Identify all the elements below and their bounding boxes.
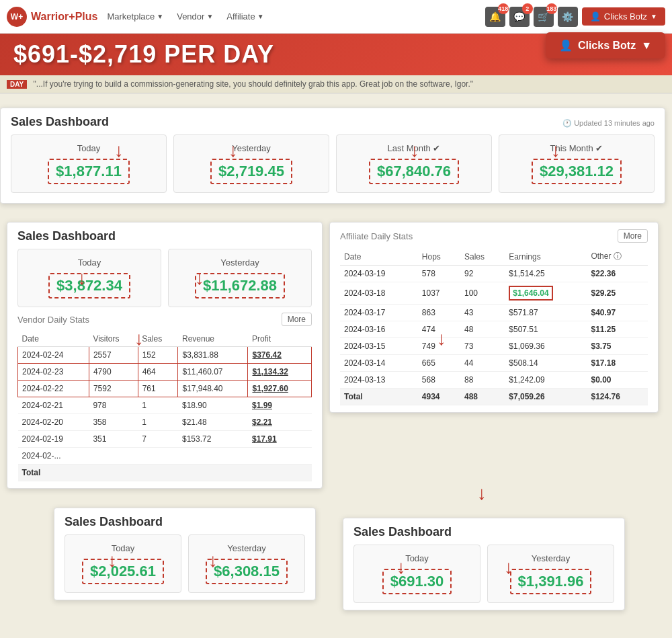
vendor-more-button[interactable]: More bbox=[282, 313, 312, 326]
sp2-stat-yesterday: Yesterday $11,672.88 bbox=[168, 249, 312, 307]
row-date: 2024-02-19 bbox=[18, 431, 89, 448]
arrow-12: ↓ bbox=[396, 558, 406, 577]
row-sales: 7 bbox=[138, 431, 178, 448]
affiliate-panel: Affiliate Daily Stats More Date Hops Sal… bbox=[329, 222, 659, 413]
stats-grid-2: Today $3,872.34 Yesterday $11,672.88 bbox=[17, 249, 312, 307]
row-visitors: 7592 bbox=[89, 381, 138, 397]
aff-col-other: Other ⓘ bbox=[587, 248, 648, 266]
arrow-7: ↓ bbox=[134, 329, 144, 348]
arrow-2: ↓ bbox=[228, 141, 238, 160]
user-button[interactable]: 👤 Clicks Botz ▼ bbox=[582, 7, 665, 26]
table-row: 2024-03-14 665 44 $508.14 $17.18 bbox=[340, 355, 648, 372]
brand-icon: W+ bbox=[7, 7, 27, 27]
stat-today-value: $1,877.11 bbox=[48, 159, 130, 184]
table-row: 2024-02-19 351 7 $153.72 $17.91 bbox=[18, 431, 312, 448]
sp2-today-value: $3,872.34 bbox=[48, 273, 130, 298]
affiliate-panel-header: Affiliate Daily Stats More bbox=[340, 229, 648, 243]
main-background: W+ Warrior+Plus Marketplace ▼ Vendor ▼ A… bbox=[0, 0, 672, 638]
sp3-stat-yesterday: Yesterday $6,308.15 bbox=[188, 534, 305, 593]
user-dropdown-name: Clicks Botz bbox=[578, 40, 636, 52]
table-row: 2024-02-22 7592 761 $17,948.40 $1,927.60 bbox=[18, 381, 312, 397]
messages-badge[interactable]: 💬 2 bbox=[509, 7, 530, 27]
sales-panel-1: Sales Dashboard 🕐 Updated 13 minutes ago… bbox=[0, 108, 665, 204]
table-row: 2024-03-13 568 88 $1,242.09 $0.00 bbox=[340, 372, 648, 389]
cart-count: 183 bbox=[546, 3, 557, 14]
navbar: W+ Warrior+Plus Marketplace ▼ Vendor ▼ A… bbox=[0, 0, 672, 34]
vendor-col-sales: Sales bbox=[138, 331, 178, 347]
day-badge: DAY bbox=[7, 80, 27, 89]
nav-marketplace[interactable]: Marketplace ▼ bbox=[103, 9, 167, 24]
vendor-section-title: Vendor Daily Stats bbox=[17, 315, 89, 325]
row-sales: 1 bbox=[138, 397, 178, 414]
stat-last-month-value: $67,840.76 bbox=[369, 159, 459, 184]
row-sales: 152 bbox=[138, 347, 178, 364]
vendor-col-revenue: Revenue bbox=[178, 331, 248, 347]
user-icon: 👤 bbox=[559, 39, 573, 52]
sales-panel-2: Sales Dashboard Today $3,872.34 Yesterda… bbox=[7, 222, 323, 489]
affiliate-table: Date Hops Sales Earnings Other ⓘ 2024-03… bbox=[340, 248, 648, 405]
vendor-panel-header: Vendor Daily Stats More bbox=[17, 313, 312, 326]
stat-yesterday: Yesterday $2,719.45 bbox=[173, 134, 329, 193]
row-profit: $17.91 bbox=[248, 431, 312, 448]
notifications-badge[interactable]: 🔔 418 bbox=[485, 7, 505, 27]
table-row: 2024-03-18 1037 100 $1,646.04 $29.25 bbox=[340, 282, 648, 305]
stat-today-label: Today bbox=[19, 143, 158, 153]
table-row: 2024-02-20 358 1 $21.48 $2.21 bbox=[18, 414, 312, 431]
settings-badge[interactable]: ⚙️ bbox=[558, 7, 578, 27]
row-revenue: $153.72 bbox=[178, 431, 248, 448]
vendor-col-visitors: Visitors bbox=[89, 331, 138, 347]
aff-col-sales: Sales bbox=[460, 248, 505, 266]
arrow-6: ↓ bbox=[195, 269, 204, 288]
arrow-8: ↓ bbox=[437, 329, 446, 348]
affiliate-total-row: Total 4934 488 $7,059.26 $124.76 bbox=[340, 389, 648, 405]
sales-panel-1-title: Sales Dashboard bbox=[11, 115, 109, 129]
row-visitors: 4790 bbox=[89, 364, 138, 381]
row-revenue: $18.90 bbox=[178, 397, 248, 414]
aff-col-date: Date bbox=[340, 248, 418, 266]
highlighted-earnings: $1,646.04 bbox=[509, 286, 552, 301]
arrow-13: ↓ bbox=[504, 558, 513, 577]
nav-affiliate[interactable]: Affiliate ▼ bbox=[222, 9, 267, 24]
row-sales: 1 bbox=[138, 414, 178, 431]
arrow-1: ↓ bbox=[114, 141, 124, 160]
table-row: 2024-02-24 2557 152 $3,831.88 $376.42 bbox=[18, 347, 312, 364]
aff-col-earnings: Earnings bbox=[505, 248, 587, 266]
table-row: 2024-02-23 4790 464 $11,460.07 $1,134.32 bbox=[18, 364, 312, 381]
stats-grid-4: Today $691.30 Yesterday $1,391.96 bbox=[353, 545, 614, 603]
row-profit: $2.21 bbox=[248, 414, 312, 431]
arrow-11: ↓ bbox=[208, 551, 218, 570]
row-profit: $1,927.60 bbox=[248, 381, 312, 397]
row-profit: $376.42 bbox=[248, 347, 312, 364]
sp4-yesterday-value: $1,391.96 bbox=[510, 569, 592, 594]
stat-yesterday-value: $2,719.45 bbox=[210, 159, 292, 184]
sp4-today-value: $691.30 bbox=[382, 569, 452, 594]
sp3-today-value: $2,025.61 bbox=[82, 559, 164, 584]
row-revenue: $21.48 bbox=[178, 414, 248, 431]
row-profit: $1.99 bbox=[248, 397, 312, 414]
sp2-today-label: Today bbox=[26, 257, 153, 268]
user-dropdown: 👤 Clicks Botz ▼ bbox=[546, 32, 665, 58]
row-date: 2024-02-21 bbox=[18, 397, 89, 414]
row-visitors: 978 bbox=[89, 397, 138, 414]
navbar-right: 🔔 418 💬 2 🛒 183 ⚙️ 👤 Clicks Botz ▼ bbox=[485, 7, 665, 27]
sp4-today-label: Today bbox=[362, 553, 472, 563]
notifications-count: 418 bbox=[498, 3, 509, 14]
testimonial-text: "...If you're trying to build a commissi… bbox=[34, 79, 474, 89]
sales-panel-3: Sales Dashboard Today $2,025.61 Yesterda… bbox=[54, 508, 316, 600]
sales-panel-2-title: Sales Dashboard bbox=[17, 229, 312, 243]
table-row: 2024-02-... bbox=[18, 448, 312, 465]
sales-panel-3-title: Sales Dashboard bbox=[65, 515, 305, 529]
row-date: 2024-02-... bbox=[18, 448, 89, 465]
row-date: 2024-02-20 bbox=[18, 414, 89, 431]
row-profit: $1,134.32 bbox=[248, 364, 312, 381]
sp4-stat-today: Today $691.30 bbox=[353, 545, 480, 603]
stat-this-month: This Month ✔ $29,381.12 bbox=[499, 134, 655, 193]
brand: W+ Warrior+Plus bbox=[7, 7, 97, 27]
cart-badge[interactable]: 🛒 183 bbox=[534, 7, 554, 27]
affiliate-more-button[interactable]: More bbox=[618, 229, 648, 243]
vendor-table: Date Visitors Sales Revenue Profit 2024-… bbox=[17, 331, 312, 481]
nav-vendor[interactable]: Vendor ▼ bbox=[173, 9, 217, 24]
row-visitors: 358 bbox=[89, 414, 138, 431]
row-date: 2024-02-23 bbox=[18, 364, 89, 381]
row-revenue: $3,831.88 bbox=[178, 347, 248, 364]
